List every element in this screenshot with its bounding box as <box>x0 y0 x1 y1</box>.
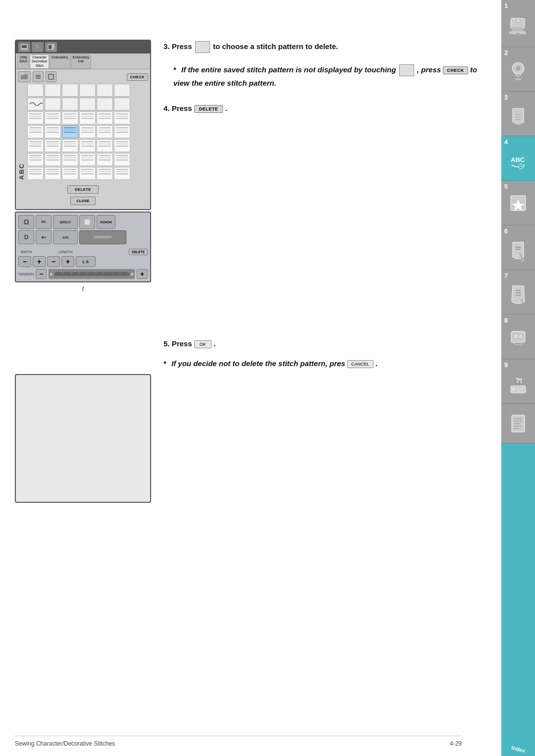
tab-embroidery[interactable]: Embroidery <box>50 54 70 69</box>
topbar-icon3[interactable] <box>45 42 57 52</box>
sidebar-tab-index[interactable]: Index <box>501 443 535 756</box>
stitch-cell[interactable] <box>79 125 96 138</box>
sidebar-tab-1[interactable]: 1 <box>501 0 535 47</box>
tension-minus[interactable]: − <box>36 269 47 279</box>
stitch-cell[interactable] <box>45 98 61 110</box>
length-plus[interactable]: + <box>61 256 74 267</box>
stitch-cell[interactable] <box>97 125 113 138</box>
stitch-cell[interactable] <box>27 167 44 180</box>
svg-rect-20 <box>517 388 524 389</box>
width-plus[interactable]: + <box>33 256 46 267</box>
tension-value: 0 <box>50 272 52 276</box>
ctrl-memory[interactable]: ⊡MEMORY <box>79 230 126 244</box>
tab1-number: 1 <box>504 2 508 9</box>
stitch-cell[interactable] <box>27 111 44 124</box>
stitch-cell[interactable] <box>62 84 78 97</box>
stitch-cell[interactable] <box>97 153 113 166</box>
ctrl-speed1[interactable]: BRE## <box>53 215 78 229</box>
sidebar-tab-notes[interactable] <box>501 404 535 443</box>
stitch-cell[interactable] <box>62 167 78 180</box>
tab-utility[interactable]: UtilityStitch <box>17 54 29 69</box>
sidebar-tab-3[interactable]: 3 <box>501 92 535 136</box>
sidebar-tab-9[interactable]: 9 ?! <box>501 359 535 404</box>
stitch-cell[interactable] <box>62 111 78 124</box>
stitch-cell[interactable] <box>79 139 96 152</box>
stitch-cell[interactable] <box>45 139 61 152</box>
stitch-cell[interactable] <box>45 111 61 124</box>
sidebar-tab-5[interactable]: 5 <box>501 181 535 225</box>
stitch-cell[interactable] <box>114 167 130 180</box>
lr-toggle[interactable]: L S <box>76 256 96 267</box>
length-minus[interactable]: − <box>47 256 60 267</box>
stitch-cell[interactable] <box>97 98 113 110</box>
stitch-cell[interactable] <box>114 125 130 138</box>
sidebar-tab-2[interactable]: 2 <box>501 47 535 92</box>
tab-edit[interactable]: EmbroideryEdit <box>71 54 91 69</box>
sidebar-tab-7[interactable]: 7 <box>501 270 535 315</box>
ctrl-omega[interactable]: Ω <box>18 215 34 229</box>
screen-btn-stitch[interactable] <box>33 71 44 82</box>
tab2-number: 2 <box>504 49 508 56</box>
step3-note: * If the entire saved stitch pattern is … <box>163 63 481 90</box>
step5-ok-btn[interactable]: OK <box>194 340 212 348</box>
stitch-cell[interactable] <box>45 84 61 97</box>
screen-btn-extra[interactable] <box>46 71 56 82</box>
notes-icon <box>508 411 529 436</box>
sidebar-tab-6[interactable]: 6 <box>501 225 535 270</box>
step3-check-btn[interactable]: CHECK <box>443 66 468 74</box>
stitch-cell[interactable] <box>27 125 44 138</box>
topbar-icon1[interactable] <box>18 42 30 52</box>
stitch-cell[interactable] <box>62 139 78 152</box>
stitch-cell[interactable] <box>45 167 61 180</box>
width-minus[interactable]: − <box>18 256 31 267</box>
step3-note-press: , press <box>417 65 443 74</box>
ctrl-stitch-type[interactable]: ⋈⋈⋈ <box>97 215 115 229</box>
stitch-cell[interactable] <box>97 84 113 97</box>
width-label: WIDTH <box>21 250 32 254</box>
stitch-cell[interactable] <box>27 153 44 166</box>
stitch-cell[interactable] <box>97 167 113 180</box>
stitch-cell[interactable] <box>97 139 113 152</box>
step3-inline-box <box>195 41 210 53</box>
ctrl-d[interactable]: D <box>18 230 34 244</box>
stitch-cell[interactable] <box>45 153 61 166</box>
ctrl-arrow[interactable]: ⇐ <box>36 230 52 244</box>
step5-cancel-btn[interactable]: CANCEL <box>347 360 374 368</box>
stitch-cell[interactable] <box>114 98 130 110</box>
stitch-cell[interactable] <box>114 84 130 97</box>
stitch-cell[interactable] <box>114 139 130 152</box>
sidebar-tab-4[interactable]: 4 ABC ✎ <box>501 136 535 181</box>
tab3-number: 3 <box>504 94 508 101</box>
topbar-icon2[interactable]: ?- <box>32 42 44 52</box>
stitch-cell[interactable] <box>45 125 61 138</box>
step4-delete-btn[interactable]: DELETE <box>194 105 223 113</box>
stitch-cell[interactable] <box>62 98 78 110</box>
stitch-cell[interactable] <box>79 84 96 97</box>
sidebar-tab-8[interactable]: 8 <box>501 315 535 359</box>
stitch-cell[interactable] <box>27 98 44 110</box>
ctrl-needle[interactable]: ⬜ <box>79 215 95 229</box>
stitch-cell[interactable] <box>27 84 44 97</box>
stitch-cell[interactable] <box>27 139 44 152</box>
ctrl-scissors[interactable]: ✂ <box>36 215 52 229</box>
stitch-cell[interactable] <box>62 153 78 166</box>
stitch-cell[interactable] <box>79 98 96 110</box>
tab-character[interactable]: CharacterDecorativeStitch <box>30 54 49 69</box>
tension-plus[interactable]: + <box>137 269 148 279</box>
close-screen-button[interactable]: CLOSE <box>70 197 96 205</box>
stitch-cell[interactable] <box>79 153 96 166</box>
delete-screen-button[interactable]: DELETE <box>67 185 99 194</box>
stitch-cell[interactable] <box>79 167 96 180</box>
check-button[interactable]: CHECK <box>127 73 148 81</box>
stitch-cell[interactable] <box>114 153 130 166</box>
stitch-cell[interactable] <box>114 111 130 124</box>
stitch-cell[interactable] <box>79 111 96 124</box>
ctrl-41n[interactable]: 4/N <box>53 230 78 244</box>
delete-ctrl-button[interactable]: DELETE <box>129 249 148 255</box>
screen-btn-folder[interactable] <box>18 71 31 82</box>
stitch-cell[interactable] <box>97 111 113 124</box>
stitch-cell selected[interactable] <box>62 125 78 138</box>
tab5-icon <box>508 192 529 219</box>
step3-instruction: 3. Press to choose a stitch pattern to d… <box>163 40 481 53</box>
svg-rect-33 <box>49 45 52 49</box>
